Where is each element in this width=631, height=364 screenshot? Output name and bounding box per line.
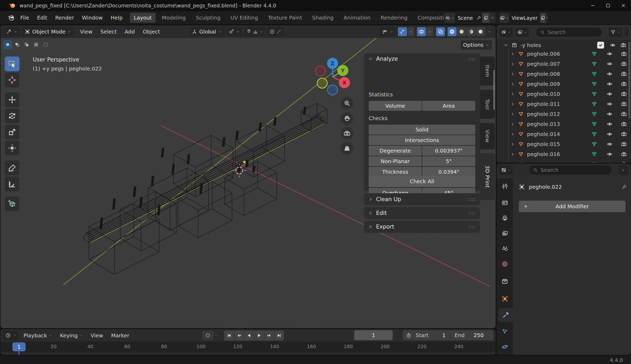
- menu-help[interactable]: Help: [107, 11, 127, 24]
- magnet-icon[interactable]: [246, 29, 252, 34]
- check-all-button[interactable]: Check All: [369, 176, 475, 187]
- analyze-panel-header[interactable]: Analyze: [364, 53, 480, 64]
- next-keyframe-button[interactable]: [264, 330, 274, 341]
- volume-button[interactable]: Volume: [369, 101, 422, 111]
- check-label-thickness[interactable]: Thickness: [369, 167, 422, 177]
- close-button[interactable]: [616, 0, 631, 11]
- tool-cursor[interactable]: [5, 73, 20, 87]
- menu-window[interactable]: Window: [78, 11, 107, 24]
- sidebar-tab-item[interactable]: Item: [480, 56, 495, 86]
- expand-icon[interactable]: [510, 62, 515, 66]
- overlays-toggle[interactable]: [417, 27, 426, 36]
- pivot-dropdown[interactable]: [227, 27, 242, 36]
- check-value-non-planar[interactable]: 5°: [422, 156, 475, 166]
- navigation-gizmo[interactable]: Z Y X: [307, 55, 359, 97]
- timeline-editor-type-button[interactable]: [3, 331, 18, 340]
- expand-icon[interactable]: [510, 92, 515, 96]
- outliner-item-row-clipped[interactable]: [497, 159, 631, 163]
- select-mode-set[interactable]: [3, 40, 12, 49]
- check-label-degenerate[interactable]: Degenerate: [369, 146, 422, 156]
- check-value-degenerate[interactable]: 0.003937": [422, 146, 475, 156]
- check-value-thickness[interactable]: 0.0394": [422, 167, 475, 177]
- outliner-item-row[interactable]: peghole.006: [497, 49, 631, 59]
- panel-scrollbar[interactable]: [494, 70, 495, 110]
- viewport-menu-object[interactable]: Object: [139, 25, 164, 38]
- orientation-dropdown[interactable]: Global: [189, 27, 225, 36]
- scene-browse-button[interactable]: [444, 13, 455, 23]
- pin-icon[interactable]: [621, 184, 627, 190]
- properties-tab-world[interactable]: [497, 257, 513, 271]
- scene-pin-button[interactable]: [476, 13, 482, 23]
- view-layer-browse-button[interactable]: [500, 13, 509, 23]
- timeline-menu-keying[interactable]: Keying: [56, 329, 87, 342]
- eye-icon[interactable]: [607, 51, 613, 57]
- camera-icon[interactable]: [621, 111, 627, 117]
- start-value[interactable]: 1: [442, 332, 446, 338]
- expand-icon[interactable]: [510, 52, 515, 56]
- current-frame-indicator[interactable]: 1: [12, 342, 26, 351]
- camera-icon[interactable]: [621, 51, 627, 57]
- camera-icon[interactable]: [621, 61, 627, 67]
- visibility-dropdown[interactable]: [379, 27, 395, 36]
- jump-to-start-button[interactable]: [224, 330, 234, 341]
- jump-to-end-button[interactable]: [274, 330, 284, 341]
- eye-icon[interactable]: [607, 161, 613, 163]
- outliner-item-row[interactable]: peghole.014: [497, 129, 631, 139]
- eye-icon[interactable]: [607, 101, 613, 107]
- timeline-menu-view[interactable]: View: [87, 329, 107, 342]
- auto-keyframe-button[interactable]: [202, 331, 214, 340]
- workspace-tab-sculpting[interactable]: Sculpting: [192, 13, 224, 23]
- camera-icon[interactable]: [621, 121, 627, 127]
- menu-edit[interactable]: Edit: [33, 11, 51, 24]
- viewport-menu-add[interactable]: Add: [121, 25, 139, 38]
- workspace-tab-layout[interactable]: Layout: [130, 13, 156, 23]
- properties-tab-particles[interactable]: [497, 325, 513, 338]
- outliner-filter-button[interactable]: [609, 27, 622, 37]
- tool-scale[interactable]: [5, 125, 20, 139]
- outliner-item-row[interactable]: peghole.012: [497, 109, 631, 119]
- chevron-down-icon[interactable]: [215, 334, 218, 337]
- view-layer-unlink-button[interactable]: [545, 13, 548, 23]
- select-mode-intersect[interactable]: [41, 40, 50, 49]
- select-mode-subtract[interactable]: [22, 40, 31, 49]
- play-forward-button[interactable]: [254, 330, 264, 341]
- outliner-item-row[interactable]: peghole.015: [497, 139, 631, 149]
- properties-tab-render[interactable]: [497, 196, 513, 210]
- editor-type-button[interactable]: [4, 27, 20, 36]
- camera-icon[interactable]: [621, 91, 627, 97]
- view-layer-new-button[interactable]: [540, 13, 545, 23]
- workspace-tab-uv-editing[interactable]: UV Editing: [226, 13, 262, 23]
- view-layer-name-field[interactable]: ViewLayer: [509, 13, 540, 23]
- properties-tab-output[interactable]: [497, 211, 513, 225]
- collection-checkbox[interactable]: [597, 42, 604, 49]
- panel-grip[interactable]: [468, 211, 476, 215]
- shading-solid-button[interactable]: [457, 27, 466, 36]
- shading-rendered-button[interactable]: [476, 27, 485, 36]
- current-frame-field[interactable]: 1: [354, 330, 393, 340]
- intersections-check-button[interactable]: Intersections: [369, 135, 475, 145]
- outliner-item-row[interactable]: peghole.010: [497, 89, 631, 99]
- sidebar-tab-tool[interactable]: Tool: [480, 90, 495, 119]
- workspace-tab-rendering[interactable]: Rendering: [377, 13, 411, 23]
- expand-icon[interactable]: [510, 122, 515, 126]
- scene-unlink-button[interactable]: [489, 13, 496, 23]
- shading-material-button[interactable]: [467, 27, 476, 36]
- pan-button[interactable]: [341, 112, 353, 125]
- camera-icon[interactable]: [621, 101, 627, 107]
- panel-grip[interactable]: [468, 198, 476, 201]
- tool-rotate[interactable]: [5, 108, 20, 123]
- expand-icon[interactable]: [510, 142, 515, 146]
- select-mode-extend[interactable]: [13, 40, 22, 49]
- panel-grip[interactable]: [468, 57, 476, 61]
- expand-icon[interactable]: [510, 82, 515, 86]
- properties-tab-view-layer[interactable]: [497, 226, 513, 240]
- previous-keyframe-button[interactable]: [234, 330, 244, 341]
- tool-transform[interactable]: [5, 141, 20, 155]
- expand-icon[interactable]: [510, 152, 515, 157]
- eye-icon[interactable]: [607, 81, 613, 87]
- snap-target-icon[interactable]: [253, 29, 258, 34]
- workspace-tab-modeling[interactable]: Modeling: [158, 13, 190, 23]
- panel-export[interactable]: Export: [364, 221, 480, 233]
- camera-icon[interactable]: [621, 161, 627, 163]
- camera-icon[interactable]: [621, 131, 627, 137]
